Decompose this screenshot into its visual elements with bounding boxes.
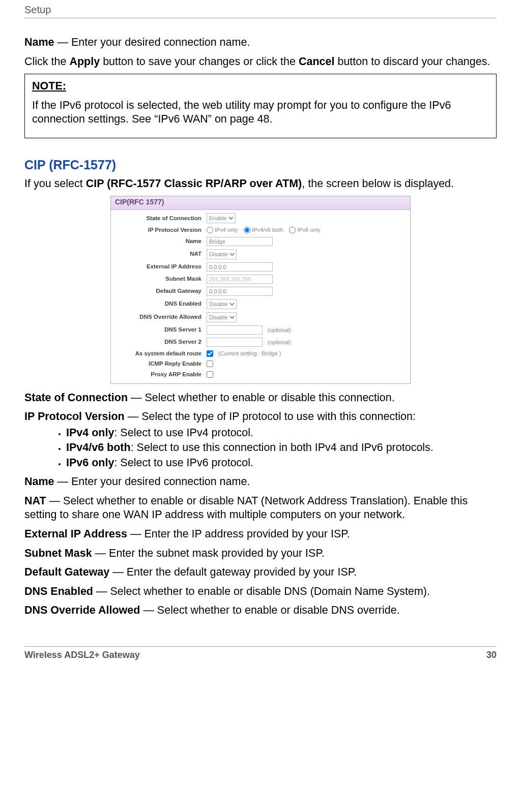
- radio-ipv6-label: IPv6 only: [297, 226, 320, 233]
- label-dns2: DNS Server 2: [115, 338, 207, 346]
- term-cancel: Cancel: [299, 55, 335, 68]
- desc-mask: — Enter the subnet mask provided by your…: [92, 547, 325, 559]
- term-nat: NAT: [24, 495, 46, 507]
- input-dns1[interactable]: [207, 325, 263, 335]
- note-box: NOTE: If the IPv6 protocol is selected, …: [24, 74, 497, 138]
- term-name: Name: [24, 36, 54, 48]
- page-footer: Wireless ADSL2+ Gateway 30: [24, 646, 497, 660]
- input-dns2[interactable]: [207, 338, 263, 347]
- input-extip[interactable]: [207, 262, 273, 272]
- term-mask: Subnet Mask: [24, 547, 92, 559]
- def-dnsov: DNS Override Allowed — Select whether to…: [24, 604, 497, 618]
- cip-form-panel: CIP(RFC 1577) State of Connection Enable…: [110, 196, 411, 384]
- page-header: Setup: [24, 4, 497, 18]
- term-dnsen: DNS Enabled: [24, 585, 93, 597]
- section-heading: CIP (RFC-1577): [24, 157, 497, 173]
- checkbox-arp[interactable]: [207, 371, 213, 378]
- radio-ipv4-label: IPv4 only: [215, 226, 238, 233]
- term-state: State of Connection: [24, 392, 128, 404]
- def-extip: External IP Address — Enter the IP addre…: [24, 527, 497, 542]
- label-mask: Subnet Mask: [115, 275, 207, 283]
- desc-extip: — Enter the IP address provided by your …: [127, 528, 350, 540]
- label-gw: Default Gateway: [115, 287, 207, 295]
- note-label: NOTE:: [32, 79, 489, 94]
- select-state[interactable]: Enable: [207, 213, 236, 223]
- label-dns1: DNS Server 1: [115, 326, 207, 334]
- def-state: State of Connection — Select whether to …: [24, 391, 497, 405]
- desc-state: — Select whether to enable or disable th…: [128, 392, 395, 404]
- def-ipproto: IP Protocol Version — Select the type of…: [24, 410, 497, 424]
- def-nat: NAT — Select whether to enable or disabl…: [24, 494, 497, 522]
- note-text: If the IPv6 protocol is selected, the we…: [32, 99, 489, 127]
- label-state: State of Connection: [115, 215, 207, 222]
- radio-ipv4v6-label: IPv4/v6 both: [252, 226, 283, 233]
- select-dnsen[interactable]: Disable: [207, 299, 237, 309]
- label-extip: External IP Address: [115, 263, 207, 270]
- label-nat: NAT: [115, 250, 207, 258]
- label-ipproto: IP Protocol Version: [115, 226, 207, 234]
- def-gw: Default Gateway — Enter the default gate…: [24, 565, 497, 580]
- protocol-bullets: IPv4 only: Select to use IPv4 protocol. …: [24, 426, 497, 470]
- select-nat[interactable]: Disable: [207, 249, 237, 259]
- input-mask[interactable]: [207, 275, 273, 284]
- radio-ipv4[interactable]: [207, 227, 213, 233]
- desc-name: — Enter your desired connection name.: [54, 36, 250, 48]
- desc-ipproto: — Select the type of IP protocol to use …: [125, 410, 416, 423]
- section-lead: If you select CIP (RFC-1577 Classic RP/A…: [24, 177, 497, 191]
- label-arp: Proxy ARP Enable: [115, 371, 207, 378]
- hint-dns1: (optional): [268, 326, 291, 334]
- label-dnsen: DNS Enabled: [115, 300, 207, 308]
- term-extip: External IP Address: [24, 528, 127, 540]
- def-dnsen: DNS Enabled — Select whether to enable o…: [24, 585, 497, 599]
- def-name2: Name — Enter your desired connection nam…: [24, 475, 497, 489]
- bullet-ipv4: IPv4 only: Select to use IPv4 protocol.: [66, 426, 497, 440]
- input-gw[interactable]: [207, 287, 273, 296]
- bullet-ipv6: IPv6 only: Select to use IPv6 protocol.: [66, 456, 497, 470]
- desc-nat: — Select whether to enable or disable NA…: [24, 495, 468, 521]
- term-name2: Name: [24, 475, 54, 488]
- intro-apply-line: Click the Apply button to save your chan…: [24, 55, 497, 69]
- desc-dnsen: — Select whether to enable or disable DN…: [93, 585, 430, 597]
- footer-page: 30: [486, 650, 497, 660]
- bullet-ipv4v6: IPv4/v6 both: Select to use this connect…: [66, 441, 497, 455]
- term-ipproto: IP Protocol Version: [24, 410, 125, 423]
- footer-product: Wireless ADSL2+ Gateway: [24, 650, 140, 660]
- hint-defroute: (Current setting : Bridge ): [218, 350, 281, 357]
- term-dnsov: DNS Override Allowed: [24, 604, 140, 616]
- radio-ipv4v6[interactable]: [244, 227, 250, 233]
- label-name: Name: [115, 237, 207, 245]
- hint-dns2: (optional): [268, 339, 291, 346]
- form-figure: CIP(RFC 1577) State of Connection Enable…: [24, 196, 497, 384]
- checkbox-icmp[interactable]: [207, 360, 213, 367]
- checkbox-defroute[interactable]: [207, 350, 213, 357]
- desc-name2: — Enter your desired connection name.: [54, 475, 250, 488]
- radio-ipv6[interactable]: [289, 227, 296, 233]
- label-icmp: ICMP Reply Enable: [115, 360, 207, 368]
- input-name[interactable]: [207, 237, 273, 246]
- cip-panel-title: CIP(RFC 1577): [111, 196, 410, 210]
- intro-name-line: Name — Enter your desired connection nam…: [24, 36, 497, 50]
- label-dnsov: DNS Override Allowed: [115, 313, 207, 321]
- section-lead-bold: CIP (RFC-1577 Classic RP/ARP over ATM): [86, 177, 302, 190]
- select-dnsov[interactable]: Disable: [207, 312, 237, 322]
- desc-dnsov: — Select whether to enable or disable DN…: [140, 604, 399, 616]
- desc-gw: — Enter the default gateway provided by …: [109, 566, 357, 578]
- label-defroute: As system default route: [115, 350, 207, 357]
- term-apply: Apply: [69, 55, 100, 68]
- term-gw: Default Gateway: [24, 566, 109, 578]
- def-mask: Subnet Mask — Enter the subnet mask prov…: [24, 547, 497, 561]
